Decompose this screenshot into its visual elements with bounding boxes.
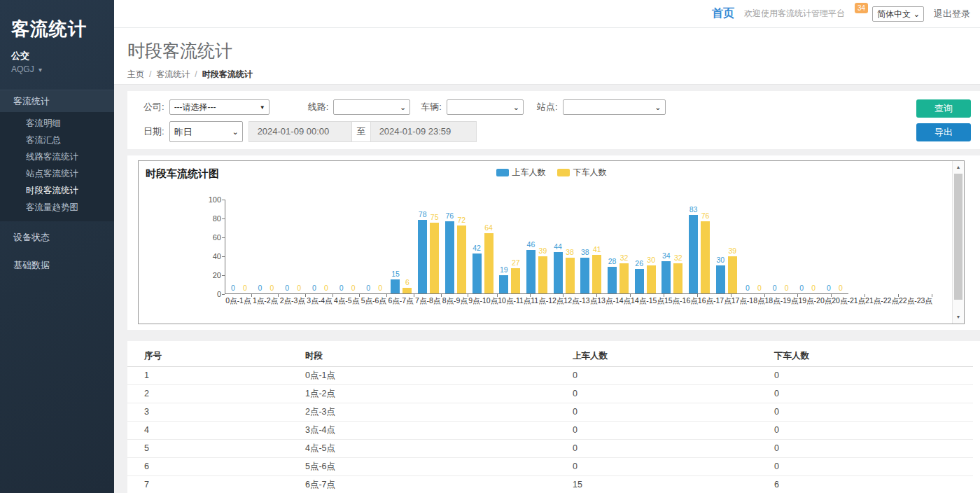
filter-panel: 公司: ---请选择--- ▼ 线路: ⌄ 车辆:: [127, 91, 980, 149]
bar-value-label: 72: [458, 216, 466, 224]
bar-value-label: 15: [391, 270, 400, 278]
query-button[interactable]: 查询: [916, 99, 971, 118]
bar: 0: [755, 284, 764, 293]
language-select[interactable]: 简体中文: [872, 6, 924, 22]
bar-rect: [728, 256, 737, 293]
table-row: 32点-3点00: [127, 403, 973, 421]
notification-badge[interactable]: 34: [855, 3, 868, 13]
scroll-down-icon[interactable]: ▼: [953, 312, 964, 323]
sidebar-subitem[interactable]: 站点客流统计: [0, 165, 114, 182]
x-axis-label: 10点-11点: [498, 296, 531, 306]
table-cell: 0: [757, 421, 973, 439]
x-axis-label-text: 15点-16点: [664, 296, 698, 306]
date-label: 日期:: [144, 125, 164, 138]
title-band: 时段客流统计 主页/客流统计/时段客流统计: [114, 28, 980, 85]
bar: 78: [418, 211, 427, 293]
sidebar-section[interactable]: 客流统计: [0, 90, 114, 112]
bar: 0: [376, 284, 385, 293]
bar: 0: [364, 284, 373, 293]
x-axis-label: 15点-16点: [664, 296, 698, 306]
x-axis-label: 2点-3点: [279, 296, 306, 306]
vehicle-select-wrap: ⌄: [447, 99, 524, 115]
bar-value-label: 0: [231, 284, 235, 292]
x-axis-label-text: 13点-14点: [597, 296, 631, 306]
vehicle-label: 车辆:: [421, 101, 442, 113]
y-axis-tick: [222, 256, 225, 257]
home-link[interactable]: 首页: [712, 6, 734, 21]
date-from-input[interactable]: 2024-01-09 00:00: [248, 121, 352, 142]
chart-scrollbar[interactable]: ▲ ▼: [952, 161, 964, 324]
table-row: 76点-7点156: [127, 475, 973, 493]
bar-value-label: 0: [378, 284, 382, 292]
bar: 38: [566, 249, 575, 293]
table-cell: 15: [556, 475, 757, 493]
chart-panel: 时段车流统计图 上车人数下车人数 00000000000015678757672…: [127, 155, 980, 330]
sidebar-subitem[interactable]: 线路客流统计: [0, 148, 114, 165]
bar-group: 3432: [659, 199, 686, 293]
bar-rect: [402, 288, 412, 293]
scrollbar-thumb[interactable]: [954, 174, 962, 300]
station-select[interactable]: [563, 99, 666, 115]
org-code-dropdown[interactable]: AQGJ ▾: [11, 64, 114, 74]
bar: 38: [580, 249, 589, 293]
bar-value-label: 41: [593, 246, 601, 254]
bar-value-label: 46: [527, 241, 536, 249]
bar-group: 00: [767, 199, 794, 293]
bar-value-label: 39: [728, 247, 736, 255]
export-button[interactable]: 导出: [916, 123, 971, 141]
bar: 0: [309, 284, 318, 293]
sidebar-section[interactable]: 设备状态: [0, 225, 114, 249]
bar: 0: [836, 284, 845, 293]
date-preset-select[interactable]: 昨日: [169, 121, 243, 142]
y-axis-label: 100: [200, 195, 221, 204]
date-to-label: 至: [351, 121, 371, 142]
app-logo: 客流统计: [11, 17, 114, 41]
legend-item[interactable]: 上车人数: [496, 167, 546, 179]
table-row: 10点-1点00: [127, 366, 973, 384]
x-axis-label: 14点-15点: [631, 296, 664, 306]
sidebar-subitem[interactable]: 客流汇总: [0, 132, 114, 148]
x-axis-label-text: 8点-9点: [442, 296, 468, 306]
breadcrumb-link[interactable]: 主页: [127, 69, 144, 79]
bar-value-label: 83: [690, 206, 698, 214]
bar-rect: [592, 255, 601, 293]
bar-value-label: 0: [785, 284, 789, 292]
table-body: 10点-1点0021点-2点0032点-3点0043点-4点0054点-5点00…: [127, 366, 973, 493]
table-cell: 0: [757, 439, 973, 457]
date-to-input[interactable]: 2024-01-09 23:59: [370, 121, 477, 142]
bar: 72: [457, 216, 466, 293]
content: 公司: ---请选择--- ▼ 线路: ⌄ 车辆:: [114, 85, 980, 493]
x-axis-label: 18点-19点: [765, 296, 799, 306]
breadcrumb-link[interactable]: 客流统计: [156, 69, 190, 79]
table-cell: 2: [127, 384, 288, 403]
chart-title: 时段车流统计图: [146, 167, 219, 181]
bar-group: 00: [279, 199, 307, 293]
bar: 32: [620, 254, 629, 293]
sidebar-subitem[interactable]: 客流量趋势图: [0, 199, 114, 216]
bar-group: 00: [360, 199, 388, 293]
table-panel: 序号时段上车人数下车人数 10点-1点0021点-2点0032点-3点0043点…: [127, 341, 980, 493]
bar-rect: [647, 265, 656, 294]
x-axis-label-text: 22点-23点: [899, 296, 932, 306]
bar: 0: [770, 284, 779, 293]
legend-item[interactable]: 下车人数: [557, 167, 607, 179]
vehicle-select[interactable]: [447, 99, 524, 115]
line-select[interactable]: [333, 99, 410, 115]
bar: 76: [445, 212, 454, 293]
scroll-up-icon[interactable]: ▲: [953, 162, 964, 173]
sidebar-subitem[interactable]: 客流明细: [0, 115, 114, 132]
bar: 0: [337, 284, 346, 293]
bar-rect: [445, 221, 454, 293]
bar-value-label: 0: [757, 284, 762, 292]
table-row: 21点-2点00: [127, 384, 973, 403]
sidebar-section[interactable]: 基础数据: [0, 254, 114, 277]
bar-value-label: 0: [773, 284, 777, 292]
logout-link[interactable]: 退出登录: [934, 8, 970, 20]
bar-value-label: 0: [827, 284, 831, 292]
x-axis-label-text: 10点-11点: [498, 296, 531, 306]
bar: 0: [255, 284, 265, 293]
y-axis-label: 0: [200, 290, 221, 298]
x-axis-label-text: 16点-17点: [698, 296, 732, 306]
sidebar-subitem[interactable]: 时段客流统计: [0, 182, 114, 199]
company-select[interactable]: ---请选择---: [169, 99, 270, 115]
